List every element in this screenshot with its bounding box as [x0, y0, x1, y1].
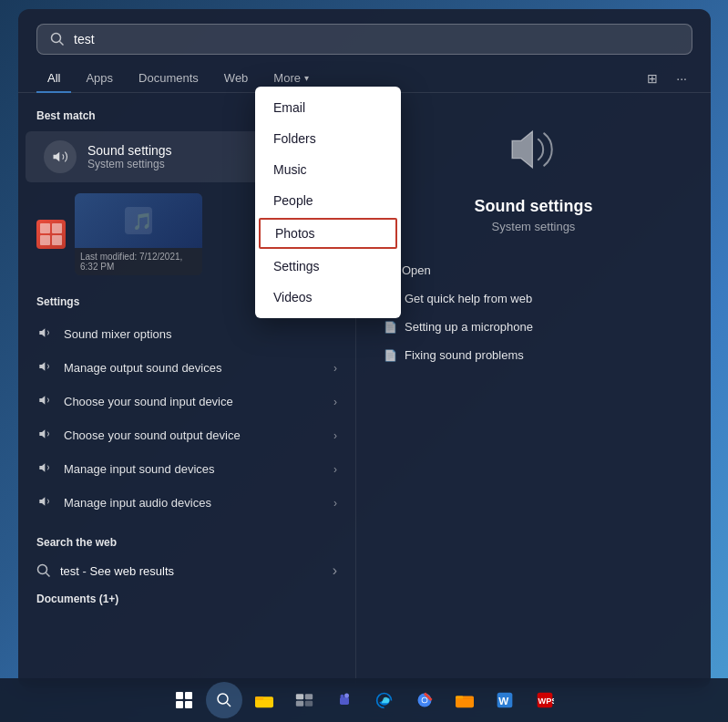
svg-text:WPS: WPS [538, 696, 554, 706]
svg-point-24 [340, 695, 343, 698]
app-icon-cell-4 [52, 235, 62, 245]
app-thumb-label: Last modified: 7/12/2021, 6:32 PM [75, 248, 202, 275]
taskbar-teams-icon [335, 691, 354, 709]
output-device-icon [36, 427, 55, 444]
taskbar-search-button[interactable] [206, 682, 242, 718]
taskbar-chrome-button[interactable] [406, 682, 443, 718]
tab-apps[interactable]: Apps [75, 64, 124, 92]
taskbar-teams-button[interactable] [326, 682, 363, 718]
svg-line-15 [227, 703, 231, 707]
dropdown-menu: Email Folders Music People Photos Settin… [255, 87, 401, 318]
svg-marker-8 [39, 429, 45, 438]
taskbar-start-button[interactable] [166, 682, 202, 718]
web-search-item[interactable]: test - See web results › [18, 554, 355, 587]
taskbar-explorer-button[interactable] [246, 682, 282, 718]
thumb-app-icon: 🎵 [125, 207, 152, 234]
svg-point-14 [218, 694, 228, 704]
svg-rect-17 [255, 696, 263, 700]
taskbar-files-button[interactable] [446, 682, 483, 718]
svg-point-23 [344, 694, 349, 698]
chevron-icon-4: › [333, 463, 337, 476]
settings-item-text-2: Choose your sound input device [64, 395, 324, 408]
taskbar-explorer-icon [255, 692, 273, 708]
svg-point-0 [52, 34, 61, 43]
taskbar-wps-icon: WPS [536, 691, 554, 709]
dropdown-item-settings[interactable]: Settings [255, 251, 401, 282]
right-action-mic[interactable]: 📄 Setting up a microphone [374, 313, 692, 341]
settings-item-text-4: Manage input sound devices [64, 462, 324, 476]
svg-line-1 [60, 42, 64, 46]
right-panel: Sound settings System settings ↗ Open 🌐 … [355, 93, 711, 688]
taskbar: W WPS [0, 678, 728, 722]
taskbar-word-icon: W [496, 691, 514, 709]
taskbar-wps-button[interactable]: WPS [527, 682, 563, 718]
svg-marker-10 [39, 497, 45, 505]
right-action-help[interactable]: 🌐 Get quick help from web [374, 284, 692, 313]
right-actions: ↗ Open 🌐 Get quick help from web 📄 Setti… [374, 255, 692, 369]
win-cell-3 [176, 701, 183, 708]
svg-rect-20 [295, 701, 302, 707]
search-icon [50, 32, 65, 46]
more-options-icon[interactable]: ··· [671, 67, 692, 89]
settings-item-text-5: Manage input audio devices [64, 496, 324, 510]
right-action-open-text: Open [402, 263, 431, 277]
svg-rect-29 [456, 696, 463, 699]
audio-devices-icon [36, 494, 55, 511]
tab-all[interactable]: All [36, 64, 71, 92]
dropdown-item-music[interactable]: Music [255, 154, 401, 185]
svg-rect-22 [340, 697, 349, 705]
app-thumb[interactable]: 🎵 Last modified: 7/12/2021, 6:32 PM [75, 193, 202, 275]
output-sound-icon [36, 359, 55, 376]
dropdown-item-email[interactable]: Email [255, 92, 401, 123]
feedback-icon[interactable]: ⊞ [641, 67, 663, 89]
right-action-open[interactable]: ↗ Open [374, 255, 692, 284]
app-icon-cell-1 [40, 223, 50, 233]
chevron-icon-5: › [333, 497, 337, 510]
settings-item-0[interactable]: Sound mixer options [18, 317, 355, 351]
settings-item-2[interactable]: Choose your sound input device › [18, 385, 355, 418]
input-device-icon [36, 393, 55, 410]
fix-sound-icon: 📄 [384, 349, 397, 362]
settings-item-5[interactable]: Manage input audio devices › [18, 486, 355, 520]
manage-input-icon [36, 460, 55, 478]
svg-point-27 [422, 698, 426, 703]
taskbar-edge-button[interactable] [366, 682, 403, 718]
docs-header: Documents (1+) [18, 587, 355, 611]
svg-text:🎵: 🎵 [132, 211, 152, 232]
svg-marker-6 [39, 362, 45, 370]
svg-text:W: W [498, 695, 508, 707]
dropdown-item-people[interactable]: People [255, 185, 401, 216]
app-grid-icon [36, 220, 66, 249]
dropdown-item-folders[interactable]: Folders [255, 123, 401, 154]
web-description: See web results [90, 564, 175, 578]
app-icon-cell-3 [40, 235, 50, 245]
search-input[interactable] [74, 32, 679, 46]
settings-item-3[interactable]: Choose your sound output device › [18, 418, 355, 452]
dropdown-item-videos[interactable]: Videos [255, 282, 401, 313]
settings-item-1[interactable]: Manage output sound devices › [18, 351, 355, 385]
taskbar-word-button[interactable]: W [487, 682, 523, 718]
docs-label: Documents (1+) [36, 593, 118, 605]
svg-point-11 [38, 565, 47, 574]
sound-icon-circle [44, 140, 77, 173]
settings-item-4[interactable]: Manage input sound devices › [18, 452, 355, 486]
search-bar[interactable] [36, 24, 692, 55]
svg-marker-2 [54, 152, 60, 162]
app-icon-cell-2 [52, 223, 62, 233]
web-search-icon [36, 563, 51, 578]
right-action-fix[interactable]: 📄 Fixing sound problems [374, 341, 692, 369]
app-thumb-img: 🎵 [75, 193, 202, 248]
svg-rect-18 [295, 694, 302, 699]
settings-item-text-1: Manage output sound devices [64, 361, 324, 375]
chevron-icon-3: › [333, 429, 337, 442]
sound-mixer-icon [36, 325, 55, 343]
dropdown-item-photos[interactable]: Photos [259, 218, 397, 249]
taskbar-edge-icon [375, 691, 394, 709]
best-match-text: Sound settings System settings [87, 143, 172, 170]
chevron-icon-1: › [333, 362, 337, 375]
best-match-title: Sound settings [87, 143, 172, 158]
tab-documents[interactable]: Documents [128, 64, 210, 92]
web-chevron-icon: › [333, 562, 337, 579]
taskbar-taskview-button[interactable] [286, 682, 323, 718]
tab-web[interactable]: Web [213, 64, 260, 92]
